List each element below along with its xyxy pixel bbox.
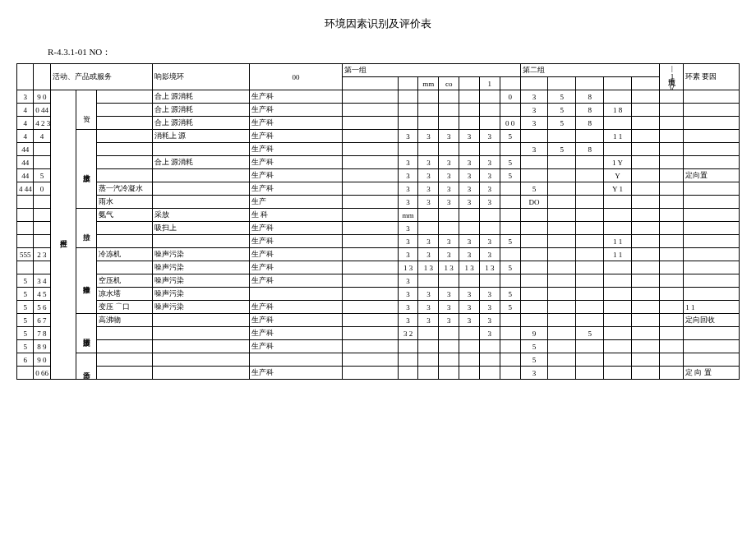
- cat-gas: 排放: [76, 209, 97, 248]
- table-row: 445 生产科 333335 Y 定向置: [17, 169, 740, 182]
- col-env-factor-h: 环素 要因: [684, 64, 740, 90]
- table-row: 44 合上 源消耗生产科 333335 1 Y: [17, 156, 740, 169]
- sub-mm: mm: [418, 77, 439, 90]
- col-00: 00: [250, 64, 343, 90]
- table-row: 44 2 3 合上 源消耗生产科 0 0 358: [17, 117, 740, 130]
- table-row: 53 4 空压机噪声污染生产科 3: [17, 274, 740, 288]
- page-title: 环境因素识别及评价表: [16, 16, 740, 31]
- table-row: 55 6 变压 ⌒口噪声污染生产科 333335 1 1: [17, 301, 740, 314]
- cat-pollute: 务污染: [76, 353, 97, 380]
- table-row: 生产科 333335 1 1: [17, 235, 740, 248]
- table-row: 吸扫上生产科 3: [17, 222, 740, 235]
- table-row: 4 440 蒸一汽冷凝水生产科 33333 5Y 1: [17, 182, 740, 196]
- col-env-factor-v: |重境1Ｖ: [659, 64, 683, 90]
- doc-number: R-4.3.1-01 NO：: [48, 46, 740, 58]
- col-env-impact: 响影境环: [152, 64, 249, 90]
- table-row: 56 7 固废排放 高沸物生产科 33333 定向回收: [17, 314, 740, 327]
- table-row: 39 0 生产过程 资 合上 源消耗生产科 0 358: [17, 90, 740, 104]
- sub-co: co: [439, 77, 459, 90]
- table-row: 44 生产科 358: [17, 143, 740, 156]
- table-row: 69 0 务污染 5: [17, 353, 740, 367]
- cat-wastewater: 废水排放: [76, 130, 97, 209]
- col-group2: 第二组: [520, 64, 659, 77]
- cat-zi: 资: [76, 90, 97, 130]
- table-row: 57 8 生产科 3 23 95: [17, 327, 740, 340]
- evaluation-table: 活动、产品或服务 响影境环 00 第一组 第二组 |重境1Ｖ 环素 要因 mm …: [16, 63, 740, 380]
- table-row: 噪声污染生产科 1 31 31 31 31 35: [17, 261, 740, 274]
- table-row: 排放 氨气采放生 科 mm: [17, 209, 740, 222]
- table-row: 54 5 凉水塔噪声污染 333335: [17, 288, 740, 301]
- table-row: 58 9 生产科 5: [17, 340, 740, 353]
- process-label: 生产过程: [50, 90, 76, 380]
- col-activity: 活动、产品或服务: [50, 64, 152, 90]
- table-row: 5552 3 噪声排放 冷冻机噪声污染生产科 33333 1 1: [17, 248, 740, 261]
- table-row: 雨水生产 33333 DO: [17, 196, 740, 209]
- sub-one: 1: [479, 77, 500, 90]
- cat-noise: 噪声排放: [76, 248, 97, 314]
- cat-solid: 固废排放: [76, 314, 97, 353]
- table-row: 40 44 4 合上 源消耗生产科 3581 8: [17, 104, 740, 117]
- table-row: 0 66 生产科 3 定 向 置: [17, 367, 740, 380]
- col-group1: 第一组: [342, 64, 520, 77]
- table-row: 44 废水排放 消耗上 源生产科 333335 1 1: [17, 130, 740, 143]
- header-row-1: 活动、产品或服务 响影境环 00 第一组 第二组 |重境1Ｖ 环素 要因: [17, 64, 740, 77]
